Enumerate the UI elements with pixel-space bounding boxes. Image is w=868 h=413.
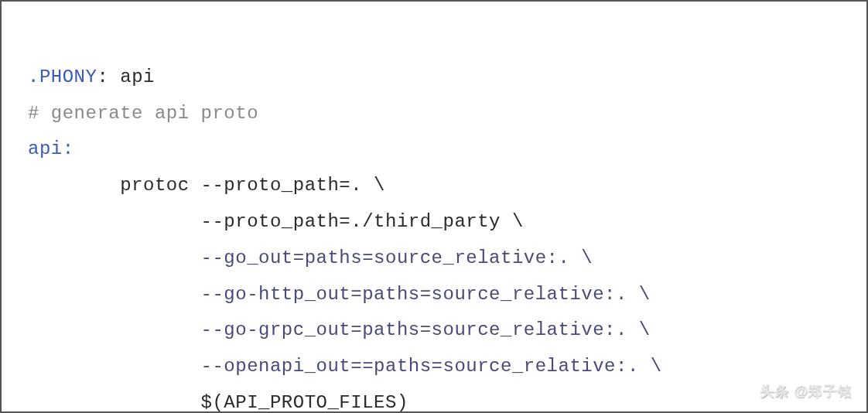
phony-directive: .PHONY [28, 67, 97, 87]
go-grpc-out-flag: --go-grpc_out=paths=source_relative:. \ [28, 319, 651, 340]
protoc-cmd: protoc --proto_path=. \ [28, 175, 385, 196]
comment-line: # generate api proto [28, 103, 258, 124]
phony-colon: : [97, 67, 108, 87]
makefile-code: .PHONY: api # generate api proto api: pr… [28, 23, 840, 413]
openapi-out-flag: --openapi_out==paths=source_relative:. \ [28, 356, 662, 377]
target-api: api: [28, 138, 74, 159]
api-proto-files-var: $(API_PROTO_FILES) [28, 392, 408, 413]
watermark-text: 头条 @郑子铭 [760, 378, 853, 405]
proto-path-third-party: --proto_path=./third_party \ [28, 211, 524, 232]
phony-value: api [108, 67, 155, 87]
go-out-flag: --go_out=paths=source_relative:. \ [28, 247, 593, 268]
go-http-out-flag: --go-http_out=paths=source_relative:. \ [28, 284, 651, 305]
